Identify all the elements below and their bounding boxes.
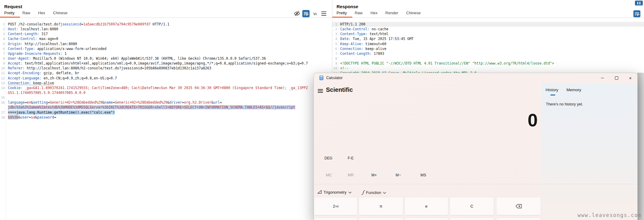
window-title: Calculator xyxy=(326,76,343,80)
calculator-mode-title: Scientific xyxy=(326,86,353,93)
line-text: Host: localhost.lan:8080 xyxy=(8,27,332,32)
line-text: Connection: keep-alive xyxy=(8,81,332,85)
code-line: 6Connection: keep-alive xyxy=(332,46,644,51)
code-line: 4Cache-Control: max-age=0 xyxy=(0,36,332,41)
tab-raw[interactable]: Raw xyxy=(355,11,363,15)
tab-render[interactable]: Render xyxy=(385,11,398,15)
line-number: 11 xyxy=(0,71,5,75)
line-number: 3 xyxy=(0,32,5,36)
active-side-tab-underline xyxy=(550,95,555,95)
line-text: ++++java.lang.Runtime.getRuntime().exec(… xyxy=(8,110,332,115)
code-line: 8User-Agent: Mozilla/5.0 (Windows NT 10.… xyxy=(0,56,332,61)
line-text: jdbc%3ah2%3amem%3atestdb%3bMODE%3dMSSQLS… xyxy=(8,105,332,110)
line-text: Content-Length: 317 xyxy=(8,32,332,36)
tab-chinese[interactable]: Chinese xyxy=(406,11,421,15)
code-line: 4Date: Tue, 15 Apr 2025 17:53:45 GMT xyxy=(332,36,644,41)
line-text: Connection: keep-alive xyxy=(340,46,644,51)
calculator-titlebar[interactable]: Calculator × xyxy=(314,73,637,83)
code-line: 9Accept: text/html,application/xhtml+xml… xyxy=(0,61,332,66)
code-line: GS1.1.1744057085.5.0.1744057085.0.0.0 xyxy=(0,90,332,95)
memory-button-m−[interactable]: M− xyxy=(396,173,401,177)
tab-chinese[interactable]: Chinese xyxy=(53,11,68,15)
memory-button-ms[interactable]: MS xyxy=(420,173,426,177)
request-panel: Request PrettyRawHexChinese \n 1POST /h2 xyxy=(0,0,332,220)
backspace-icon[interactable] xyxy=(496,197,541,215)
line-text: HTTP/1.1 200 xyxy=(340,22,644,27)
memory-button-mc[interactable]: MC xyxy=(326,173,332,177)
window-controls: × xyxy=(596,73,637,83)
line-number: 1 xyxy=(0,22,5,27)
line-number: 6 xyxy=(0,46,5,51)
hamburger-menu-icon[interactable] xyxy=(318,88,323,94)
side-tab-history[interactable]: History xyxy=(546,88,558,92)
watermark: www.leavesongs.com xyxy=(578,212,642,218)
code-line: 18$$%3b&user=sa&password= xyxy=(0,115,332,120)
pause-icon[interactable] xyxy=(635,1,643,5)
line-text: User-Agent: Mozilla/5.0 (Windows NT 10.0… xyxy=(8,56,332,61)
line-text: POST /h2-console/test.do?jsessionid=1a5a… xyxy=(8,22,332,27)
memory-button-m+[interactable]: M+ xyxy=(371,173,377,177)
response-tabs: PrettyRawHexRenderChinese xyxy=(337,11,420,15)
word-wrap-icon[interactable] xyxy=(302,10,310,17)
tab-pretty[interactable]: Pretty xyxy=(337,11,347,15)
line-text xyxy=(340,56,644,61)
code-line: 13Connection: keep-alive xyxy=(0,81,332,85)
key-partial[interactable] xyxy=(314,218,357,220)
triangle-icon xyxy=(317,190,322,195)
line-text: Referer: http://localhost.lan:8080/h2-co… xyxy=(8,66,332,71)
line-text: GS1.1.1744057085.5.0.1744057085.0.0.0 xyxy=(8,90,332,95)
code-line: 1HTTP/1.1 200 xyxy=(332,22,644,27)
line-number: 15 xyxy=(0,95,5,100)
key-partial[interactable] xyxy=(359,218,403,220)
side-tab-memory[interactable]: Memory xyxy=(566,88,581,92)
key-2[interactable]: 2nd xyxy=(314,197,357,215)
calculator-icon xyxy=(319,75,324,82)
menu-icon[interactable] xyxy=(321,11,327,16)
line-number: 2 xyxy=(332,27,337,32)
maximize-icon[interactable] xyxy=(609,73,623,83)
code-line: 5Keep-Alive: timeout=60 xyxy=(332,42,644,46)
close-icon[interactable]: × xyxy=(623,73,637,83)
line-text: Cache-Control: max-age=0 xyxy=(8,36,332,41)
trigonometry-label: Trigonometry xyxy=(324,190,347,195)
memory-button-mr[interactable]: MR xyxy=(348,173,354,177)
line-number: 2 xyxy=(0,27,5,32)
code-line: 9<!DOCTYPE HTML PUBLIC "-//W3C//DTD HTML… xyxy=(332,61,644,66)
minimize-icon[interactable] xyxy=(596,73,609,83)
function-dropdown[interactable]: ∫ Function xyxy=(362,190,386,195)
tab-hex[interactable]: Hex xyxy=(370,11,377,15)
line-text: language=en&setting=Generic+H2+%28Embedd… xyxy=(8,100,332,105)
keypad-separator xyxy=(314,184,637,184)
key-partial[interactable] xyxy=(404,218,448,220)
angle-unit-button[interactable]: DEG xyxy=(324,156,332,160)
key-C[interactable]: C xyxy=(450,197,494,215)
line-number: 8 xyxy=(332,56,337,61)
tab-hex[interactable]: Hex xyxy=(38,11,45,15)
line-number: 8 xyxy=(0,56,5,61)
code-line: 5Origin: http://localhost.lan:8080 xyxy=(0,42,332,46)
key-π[interactable]: π xyxy=(359,197,403,215)
tab-pretty[interactable]: Pretty xyxy=(4,11,15,15)
show-newlines-icon[interactable]: \n xyxy=(311,11,319,17)
fe-notation-button[interactable]: F-E xyxy=(348,156,354,160)
line-number: 18 xyxy=(0,115,5,120)
request-editor[interactable]: 1POST /h2-console/test.do?jsessionid=1a5… xyxy=(0,18,332,220)
code-line: 3Content-Type: text/html xyxy=(332,32,644,36)
line-text xyxy=(8,95,332,100)
hide-preview-eye-icon[interactable] xyxy=(294,10,300,17)
key-partial[interactable] xyxy=(496,218,541,220)
code-line: 10<!-- xyxy=(332,66,644,71)
key-e[interactable]: e xyxy=(404,197,448,215)
trigonometry-dropdown[interactable]: Trigonometry xyxy=(317,190,352,195)
code-line: 7Upgrade-Insecure-Requests: 1 xyxy=(0,51,332,56)
key-partial[interactable] xyxy=(450,218,494,220)
word-wrap-icon[interactable] xyxy=(633,10,640,17)
code-line: 1POST /h2-console/test.do?jsessionid=1a5… xyxy=(0,22,332,27)
line-number: 13 xyxy=(0,81,5,85)
line-number: 7 xyxy=(0,51,5,56)
tab-raw[interactable]: Raw xyxy=(22,11,30,15)
line-number: 4 xyxy=(0,36,5,41)
code-line: 6Content-Type: application/x-www-form-ur… xyxy=(0,46,332,51)
request-tabs: PrettyRawHexChinese xyxy=(4,11,68,15)
line-number: 12 xyxy=(0,76,5,81)
